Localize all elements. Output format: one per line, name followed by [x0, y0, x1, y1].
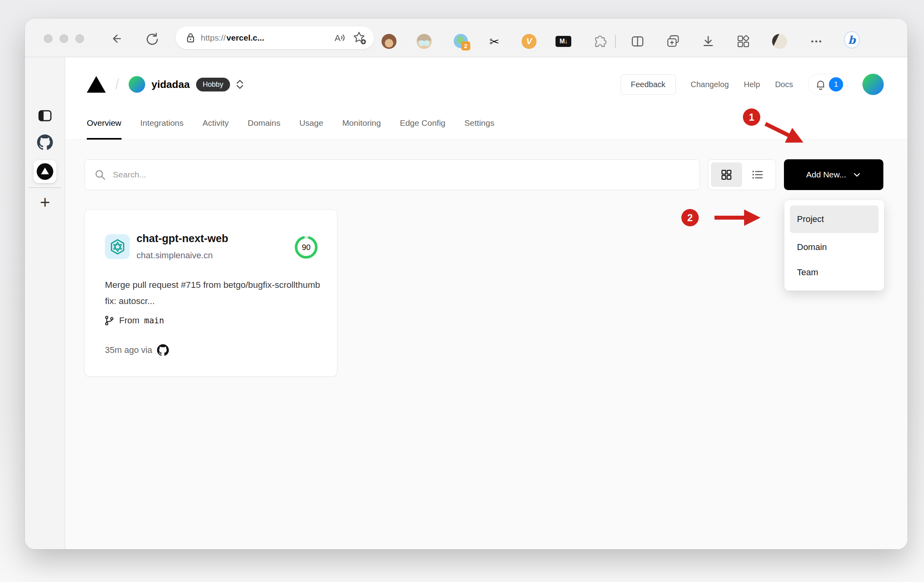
notifications-button[interactable]: 1: [808, 74, 847, 95]
bing-chat-icon[interactable]: b: [844, 32, 860, 48]
split-screen-icon[interactable]: [630, 34, 645, 49]
url-host: vercel.c...: [226, 33, 264, 43]
docs-link[interactable]: Docs: [775, 80, 793, 89]
vercel-dashboard: / yidadaa Hobby Feedback Changelog Help …: [65, 57, 907, 549]
tampermonkey-extension-icon[interactable]: [381, 34, 397, 49]
branch-name: main: [144, 316, 164, 325]
collections-icon[interactable]: [665, 34, 681, 49]
browser-window: https:// vercel.c... A 2 ✂ V M↓: [25, 19, 907, 549]
tab-usage[interactable]: Usage: [299, 118, 324, 140]
openai-logo-icon: [109, 239, 126, 255]
badged-extension-icon[interactable]: 2: [453, 34, 469, 49]
dashboard-content: Add New... Project Domain Team c: [65, 140, 907, 549]
menu-item-project[interactable]: Project: [790, 205, 879, 233]
markdown-extension-icon[interactable]: M↓: [556, 34, 571, 49]
read-aloud-icon[interactable]: A: [334, 32, 346, 44]
project-domain[interactable]: chat.simplenaive.cn: [137, 250, 213, 261]
tab-domains[interactable]: Domains: [248, 118, 281, 140]
window-controls: [44, 34, 84, 43]
vertical-tabs-sidebar: +: [25, 57, 65, 549]
minimize-window-button[interactable]: [60, 34, 68, 43]
browser-profile-avatar[interactable]: [772, 34, 787, 49]
sidebar-divider: [29, 187, 61, 188]
svg-text:A: A: [335, 33, 341, 43]
commit-message: Merge pull request #715 from betgo/bugfi…: [105, 277, 321, 309]
breadcrumb-slash: /: [115, 76, 119, 93]
branch-prefix: From: [119, 315, 139, 326]
add-new-dropdown: Project Domain Team: [784, 200, 884, 291]
close-window-button[interactable]: [44, 34, 52, 43]
sidebar-panel-icon[interactable]: [37, 108, 53, 123]
user-avatar[interactable]: [862, 74, 884, 95]
annotation-step-1: 1: [743, 108, 760, 126]
list-view-icon: [751, 169, 764, 181]
plan-badge: Hobby: [196, 78, 230, 91]
extension-badge: 2: [461, 41, 470, 50]
scissors-extension-icon[interactable]: ✂: [486, 34, 502, 49]
address-bar[interactable]: https:// vercel.c... A: [176, 26, 374, 49]
avatar-extension-icon[interactable]: [416, 34, 432, 49]
search-icon: [94, 169, 106, 181]
github-icon: [157, 344, 169, 356]
vercel-favicon: [37, 163, 53, 180]
git-branch-icon: [104, 315, 114, 326]
changelog-link[interactable]: Changelog: [691, 80, 729, 89]
toolbar-divider: [615, 35, 616, 48]
project-favicon: [105, 234, 130, 259]
annotation-step-2: 2: [681, 209, 699, 226]
tab-integrations[interactable]: Integrations: [140, 118, 184, 140]
apps-launcher-icon[interactable]: [735, 34, 751, 49]
favorites-star-icon[interactable]: [353, 31, 366, 45]
dashboard-header: / yidadaa Hobby Feedback Changelog Help …: [65, 57, 907, 140]
notification-count-badge: 1: [829, 77, 843, 91]
reload-button[interactable]: [143, 30, 161, 47]
tab-edge-config[interactable]: Edge Config: [400, 118, 445, 140]
add-new-button[interactable]: Add New...: [784, 159, 883, 190]
v-extension-icon[interactable]: V: [521, 34, 537, 49]
tab-settings[interactable]: Settings: [464, 118, 494, 140]
vercel-logo[interactable]: [87, 76, 106, 93]
back-button[interactable]: [108, 30, 125, 47]
deploy-meta: 35m ago via: [105, 345, 152, 355]
search-input[interactable]: [113, 170, 690, 179]
downloads-icon[interactable]: [700, 34, 716, 49]
team-avatar[interactable]: [129, 76, 145, 93]
tab-vercel-active[interactable]: [34, 160, 56, 183]
browser-toolbar: https:// vercel.c... A 2 ✂ V M↓: [25, 19, 907, 57]
bell-icon: [815, 78, 827, 91]
feedback-button[interactable]: Feedback: [621, 75, 676, 95]
score-value: 90: [294, 235, 318, 259]
new-tab-button[interactable]: +: [37, 194, 53, 210]
view-toggle: [708, 159, 776, 190]
chevron-down-icon: [853, 170, 861, 179]
tab-overview[interactable]: Overview: [87, 118, 122, 140]
grid-view-button[interactable]: [711, 162, 742, 187]
list-view-button[interactable]: [742, 162, 773, 187]
lock-icon: [186, 32, 195, 43]
dashboard-nav: Overview Integrations Activity Domains U…: [87, 118, 907, 140]
more-menu-icon[interactable]: [808, 34, 824, 49]
tab-activity[interactable]: Activity: [202, 118, 229, 140]
project-name: chat-gpt-next-web: [137, 233, 228, 245]
tab-github-icon[interactable]: [37, 134, 53, 150]
grid-view-icon: [720, 169, 732, 181]
team-name: yidadaa: [152, 78, 190, 91]
menu-item-team[interactable]: Team: [790, 260, 879, 285]
project-search: [84, 159, 700, 190]
extensions-puzzle-icon[interactable]: [591, 34, 607, 49]
url-scheme: https://: [201, 33, 226, 43]
zoom-window-button[interactable]: [75, 34, 84, 43]
menu-item-domain[interactable]: Domain: [790, 235, 879, 260]
tab-monitoring[interactable]: Monitoring: [342, 118, 381, 140]
team-switcher-icon[interactable]: [236, 79, 244, 90]
project-card[interactable]: chat-gpt-next-web chat.simplenaive.cn 90…: [84, 209, 337, 377]
help-link[interactable]: Help: [744, 80, 760, 89]
